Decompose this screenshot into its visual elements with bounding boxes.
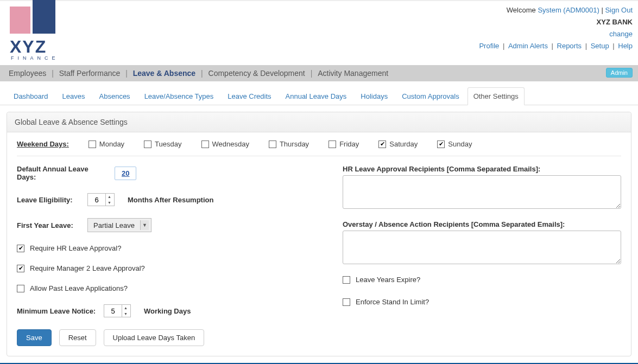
weekend-row: Weekend Days: Monday Tuesday Wednesday T… — [17, 140, 621, 156]
min-notice-label: Minimum Leave Notice: — [17, 307, 98, 315]
weekend-friday[interactable]: Friday — [329, 140, 359, 148]
nav-competency[interactable]: Competency & Development — [205, 69, 308, 78]
weekend-thursday[interactable]: Thursday — [269, 140, 309, 148]
leave-expire-checkbox[interactable] — [343, 276, 350, 284]
header-right: Welcome System (ADM0001) | Sign Out XYZ … — [479, 3, 633, 65]
checkbox-icon[interactable] — [378, 141, 386, 148]
upload-button[interactable]: Upload Leave Days Taken — [104, 329, 205, 346]
setup-link[interactable]: Setup — [591, 42, 609, 50]
min-notice-field[interactable] — [104, 305, 122, 317]
tab-custom-approvals[interactable]: Custom Approvals — [396, 87, 465, 105]
require-hr-label: Require HR Leave Approval? — [30, 244, 121, 252]
tab-holidays[interactable]: Holidays — [355, 87, 394, 105]
tab-other-settings[interactable]: Other Settings — [468, 87, 525, 105]
eligibility-input[interactable]: ▲▼ — [87, 193, 115, 206]
reset-button[interactable]: Reset — [59, 329, 96, 346]
bank-name: XYZ BANK — [479, 16, 633, 28]
spin-down-icon[interactable]: ▼ — [122, 311, 129, 317]
admin-badge[interactable]: Admin — [606, 68, 633, 78]
nav-leave-absence[interactable]: Leave & Absence — [130, 69, 199, 78]
leave-expire-label: Leave Years Expire? — [356, 276, 420, 284]
user-link[interactable]: System (ADM0001) — [538, 6, 599, 14]
default-annual-label: Default Annual Leave Days: — [17, 165, 109, 181]
tab-leave-types[interactable]: Leave/Absence Types — [138, 87, 220, 105]
require-hr-checkbox[interactable] — [17, 245, 24, 252]
spin-down-icon[interactable]: ▼ — [106, 200, 113, 206]
change-link[interactable]: change — [609, 30, 633, 38]
panel-title: Global Leave & Absence Settings — [7, 112, 631, 132]
tab-leave-credits[interactable]: Leave Credits — [222, 87, 277, 105]
checkbox-icon[interactable] — [269, 141, 276, 148]
require-mgr2-checkbox[interactable] — [17, 265, 24, 272]
logo: XYZ FINANCE — [5, 3, 64, 65]
profile-link[interactable]: Profile — [479, 42, 499, 50]
overstay-textarea[interactable] — [343, 231, 621, 264]
tab-annual-leave-days[interactable]: Annual Leave Days — [280, 87, 353, 105]
nav-activity[interactable]: Activity Management — [314, 69, 391, 78]
eligibility-field[interactable] — [88, 194, 105, 206]
allow-past-label: Allow Past Leave Applications? — [30, 284, 128, 292]
nav-staff-performance[interactable]: Staff Performance — [56, 69, 124, 78]
chevron-down-icon[interactable]: ▼ — [140, 220, 149, 230]
weekend-label: Weekend Days: — [17, 140, 69, 148]
checkbox-icon[interactable] — [329, 141, 336, 148]
header: XYZ FINANCE Welcome System (ADM0001) | S… — [0, 0, 638, 65]
tab-absences[interactable]: Absences — [93, 87, 136, 105]
welcome-text: Welcome — [507, 6, 538, 14]
overstay-label: Overstay / Absence Action Recipients [Co… — [343, 220, 621, 228]
checkbox-icon[interactable] — [89, 141, 96, 148]
logo-subtext: FINANCE — [11, 55, 59, 61]
help-link[interactable]: Help — [618, 42, 633, 50]
logo-text: XYZ — [10, 38, 59, 55]
checkbox-icon[interactable] — [201, 141, 209, 148]
sub-tabs: Dashboard Leaves Absences Leave/Absence … — [0, 81, 638, 105]
weekend-tuesday[interactable]: Tuesday — [144, 140, 181, 148]
checkbox-icon[interactable] — [437, 141, 445, 148]
enforce-standin-label: Enforce Stand In Limit? — [356, 298, 429, 306]
reports-link[interactable]: Reports — [557, 42, 582, 50]
tab-leaves[interactable]: Leaves — [56, 87, 91, 105]
checkbox-icon[interactable] — [144, 141, 151, 148]
save-button[interactable]: Save — [17, 329, 52, 346]
allow-past-checkbox[interactable] — [17, 285, 24, 292]
hr-recipients-label: HR Leave Approval Recipients [Comma Sepa… — [343, 165, 621, 173]
weekend-sunday[interactable]: Sunday — [437, 140, 472, 148]
eligibility-label: Leave Eligibility: — [17, 196, 82, 204]
signout-link[interactable]: Sign Out — [605, 6, 633, 14]
first-year-label: First Year Leave: — [17, 221, 82, 229]
weekend-saturday[interactable]: Saturday — [378, 140, 418, 148]
weekend-monday[interactable]: Monday — [89, 140, 124, 148]
hr-recipients-textarea[interactable] — [343, 175, 621, 209]
main-nav: Employees | Staff Performance | Leave & … — [0, 65, 638, 81]
first-year-value: Partial Leave — [93, 221, 135, 229]
settings-panel: Global Leave & Absence Settings Weekend … — [7, 112, 631, 356]
min-notice-input[interactable]: ▲▼ — [104, 304, 131, 317]
min-notice-suffix: Working Days — [144, 307, 191, 315]
first-year-select[interactable]: Partial Leave ▼ — [87, 218, 151, 232]
admin-alerts-link[interactable]: Admin Alerts — [508, 42, 548, 50]
nav-employees[interactable]: Employees — [5, 69, 49, 78]
tab-dashboard[interactable]: Dashboard — [8, 87, 54, 105]
eligibility-suffix: Months After Resumption — [128, 196, 213, 204]
spin-up-icon[interactable]: ▲ — [122, 305, 129, 311]
enforce-standin-checkbox[interactable] — [343, 298, 350, 306]
spin-up-icon[interactable]: ▲ — [106, 194, 113, 200]
require-mgr2-label: Require Manager 2 Leave Approval? — [30, 264, 145, 272]
weekend-wednesday[interactable]: Wednesday — [201, 140, 249, 148]
default-annual-value[interactable]: 20 — [115, 167, 136, 180]
